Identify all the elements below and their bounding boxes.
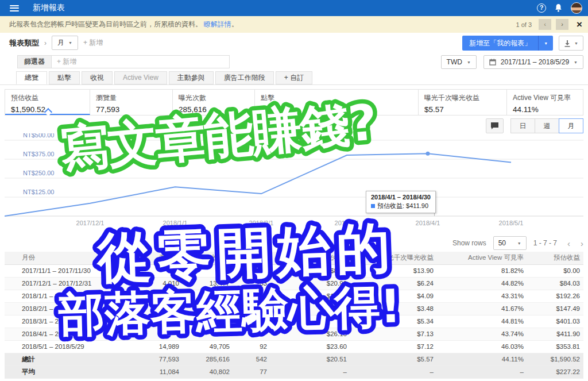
value-cell: 43.74% bbox=[437, 328, 527, 340]
x-axis-label: 2017/12/1 bbox=[76, 220, 105, 226]
tab-overview[interactable]: 總覽 bbox=[16, 71, 47, 84]
metric-label: 瀏覽量 bbox=[96, 93, 172, 103]
column-header[interactable]: Active View 可見率 bbox=[437, 252, 527, 264]
notice-suffix: 。 bbox=[231, 20, 238, 29]
toolbar-actions: 新增至「我的報表」 ▼ ▼ bbox=[462, 36, 583, 51]
value-cell: – bbox=[270, 365, 350, 378]
rows-per-page-select[interactable]: 50 ▼ bbox=[493, 236, 527, 250]
value-cell: $192.26 bbox=[527, 290, 583, 302]
page-prev-icon[interactable]: ‹ bbox=[567, 238, 570, 248]
value-cell: $1,590.52 bbox=[527, 353, 583, 365]
value-cell bbox=[183, 290, 233, 302]
value-cell: $26.16 bbox=[270, 328, 350, 340]
table-row: 2018/3/1 – 2018/3/31$5.3444.81%$401.03 bbox=[5, 315, 583, 328]
metric-label: 點擊 bbox=[261, 93, 418, 103]
date-range-button[interactable]: 2017/11/1 – 2018/5/29 ▼ bbox=[483, 55, 583, 69]
pagination-range: 1 - 7 - 7 bbox=[533, 239, 557, 247]
table-controls: Show rows 50 ▼ 1 - 7 - 7 ‹ › bbox=[452, 236, 583, 250]
tab-clicks[interactable]: 點擊 bbox=[49, 71, 80, 84]
metric-card-estimated-earnings[interactable]: 預估收益$1,590.52 bbox=[5, 90, 90, 115]
metric-value: 285,616 bbox=[179, 105, 254, 114]
tab-viewability[interactable]: 收視 bbox=[82, 71, 113, 84]
value-cell bbox=[149, 328, 183, 340]
metric-card-pageviews[interactable]: 瀏覽量77,593 bbox=[90, 90, 173, 115]
value-cell: 285,616 bbox=[183, 353, 233, 365]
series-swatch bbox=[371, 204, 375, 208]
value-cell: 81.82% bbox=[437, 264, 527, 277]
menu-icon[interactable] bbox=[10, 5, 19, 11]
granularity-day-button[interactable]: 日 bbox=[510, 118, 535, 133]
metric-card-impressions[interactable]: 曝光次數285,616 bbox=[173, 90, 255, 115]
metric-card-active-view-viewability[interactable]: Active View 可見率44.11% bbox=[507, 90, 584, 115]
page-next-icon[interactable]: › bbox=[581, 238, 583, 248]
tab-bar: 總覽點擊收視Active View主動參與廣告工作階段+ 自訂 bbox=[0, 72, 588, 85]
row-label-cell: 2017/11/1 – 2017/11/30 bbox=[5, 264, 149, 277]
metric-value: $1,590.52 bbox=[11, 105, 90, 114]
close-icon[interactable]: × bbox=[577, 19, 582, 30]
value-cell: $3.48 bbox=[350, 302, 437, 315]
filter-input[interactable]: 篩選器 + 新增 bbox=[17, 55, 230, 68]
metric-label: 曝光千次曝光收益 bbox=[424, 93, 506, 103]
learn-more-link[interactable]: 瞭解詳情 bbox=[204, 20, 231, 29]
tab-engagement[interactable]: 主動參與 bbox=[169, 71, 214, 84]
period-dropdown[interactable]: 月 ▼ bbox=[52, 36, 78, 50]
value-cell bbox=[183, 302, 233, 315]
chevron-down-icon: ▼ bbox=[574, 60, 578, 64]
highlighted-data-point[interactable] bbox=[426, 152, 430, 156]
metric-card-impression-rpm[interactable]: 曝光千次曝光收益$5.57 bbox=[419, 90, 507, 115]
column-header[interactable]: 瀏覽量 bbox=[149, 252, 183, 264]
value-cell: 44.82% bbox=[437, 277, 527, 290]
notifications-bell-icon[interactable] bbox=[554, 3, 563, 13]
value-cell: 43.31% bbox=[437, 290, 527, 302]
granularity-week-button[interactable]: 週 bbox=[535, 118, 559, 133]
metric-card-clicks[interactable]: 點擊 bbox=[255, 90, 419, 115]
tab-custom[interactable]: + 自訂 bbox=[276, 71, 312, 84]
column-header[interactable]: 曝光千次曝光收益 bbox=[350, 252, 437, 264]
notice-prev-button[interactable]: ‹ bbox=[539, 19, 551, 30]
value-cell: 11,084 bbox=[149, 365, 183, 378]
report-type-row: 報表類型 › 月 ▼ + 新增 bbox=[9, 36, 103, 50]
value-cell: $84.03 bbox=[527, 277, 583, 290]
notice-bar: 此報表包含您將帳戶時區變更為目前時區之前，所累積的資料。 瞭解詳情 。 1 of… bbox=[0, 16, 588, 33]
column-header[interactable]: 曝光次數 bbox=[183, 252, 233, 264]
value-cell: $353.81 bbox=[527, 340, 583, 353]
chevron-down-icon: ▼ bbox=[574, 41, 578, 45]
avatar[interactable] bbox=[571, 2, 582, 14]
metric-label: 預估收益 bbox=[11, 93, 90, 103]
y-axis-label: NT$500.00 bbox=[23, 133, 54, 138]
add-report-type-link[interactable]: + 新增 bbox=[83, 38, 103, 48]
value-cell bbox=[270, 315, 350, 328]
average-row: 平均11,08440,80277–––$227.22 bbox=[5, 365, 583, 378]
value-cell: $0.00 bbox=[527, 264, 583, 277]
annotations-button[interactable] bbox=[486, 118, 504, 133]
y-axis-label: NT$125.00 bbox=[23, 188, 54, 195]
value-cell: 40,802 bbox=[183, 365, 233, 378]
column-header[interactable]: 網頁千次曝光收益 bbox=[270, 252, 350, 264]
value-cell: 13,477 bbox=[183, 277, 233, 290]
add-to-my-reports-button[interactable]: 新增至「我的報表」 ▼ bbox=[462, 36, 553, 51]
help-icon[interactable]: ? bbox=[537, 3, 546, 13]
value-cell: $7.12 bbox=[350, 340, 437, 353]
granularity-month-button[interactable]: 月 bbox=[559, 118, 583, 133]
value-cell bbox=[149, 315, 183, 328]
download-button[interactable]: ▼ bbox=[559, 36, 583, 51]
rows-per-page-value: 50 bbox=[498, 239, 506, 247]
tab-active-view[interactable]: Active View bbox=[114, 71, 167, 84]
column-header[interactable]: 點擊 bbox=[233, 252, 270, 264]
chevron-down-icon: ▼ bbox=[517, 241, 521, 245]
filter-actions: TWD ▼ 2017/11/1 – 2018/5/29 ▼ bbox=[441, 55, 583, 69]
value-cell: $5.34 bbox=[350, 315, 437, 328]
tab-ad-sessions[interactable]: 廣告工作階段 bbox=[215, 71, 274, 84]
currency-dropdown[interactable]: TWD ▼ bbox=[441, 55, 477, 69]
value-cell bbox=[270, 302, 350, 315]
metric-value: $5.57 bbox=[424, 105, 506, 114]
column-header[interactable]: 月份 bbox=[5, 252, 149, 264]
column-header[interactable]: 預估收益 bbox=[527, 252, 583, 264]
notice-next-button[interactable]: › bbox=[556, 19, 568, 30]
value-cell bbox=[233, 302, 270, 315]
add-to-my-reports-dropdown[interactable]: ▼ bbox=[538, 36, 553, 51]
report-type-label: 報表類型 bbox=[9, 38, 39, 48]
value-cell: $411.90 bbox=[527, 328, 583, 340]
date-range-value: 2017/11/1 – 2018/5/29 bbox=[501, 58, 569, 66]
show-rows-label: Show rows bbox=[452, 239, 486, 247]
